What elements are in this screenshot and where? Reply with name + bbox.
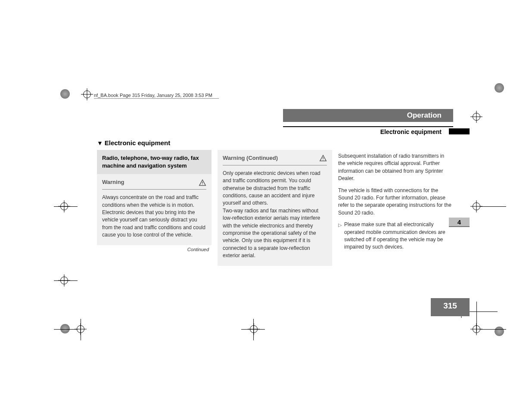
warning-title-row: Warning — [102, 178, 206, 190]
page-number: 315 — [431, 298, 470, 316]
warning-title-row: Warning (Continued) — [223, 154, 327, 165]
registration-dot-icon — [495, 327, 504, 336]
warning-icon — [319, 155, 327, 162]
warning-body: Always concentrate on the road and traff… — [102, 194, 206, 239]
doc-header-text: nf_BA.book Page 315 Friday, January 25, … — [94, 93, 212, 98]
warning-body: Only operate electronic devices when roa… — [223, 170, 327, 260]
warning-box-continued: Warning (Continued) Only operate electro… — [218, 150, 332, 266]
crop-line — [253, 319, 254, 340]
continued-label: Continued — [97, 247, 212, 252]
registration-target-icon — [473, 202, 480, 210]
warning-title: Warning (Continued) — [223, 154, 278, 162]
crop-line — [480, 206, 506, 207]
registration-dot-icon — [495, 83, 504, 93]
registration-target-icon — [83, 90, 91, 98]
crop-line — [476, 302, 477, 332]
instruction-row: ▷ Please make sure that all electronical… — [338, 221, 453, 251]
topic-box: Radio, telephone, two-way radio, fax mac… — [97, 150, 212, 174]
column-1: Radio, telephone, two-way radio, fax mac… — [97, 150, 212, 266]
svg-point-1 — [202, 184, 202, 184]
crop-line — [467, 311, 498, 312]
crop-line — [480, 329, 506, 330]
registration-dot-icon — [60, 324, 70, 333]
crop-line — [81, 319, 81, 340]
page-content: Electronic equipment Radio, telephone, t… — [97, 139, 454, 266]
column-3: Subsequent installation of radio transmi… — [338, 150, 453, 266]
crop-line — [54, 329, 78, 330]
crop-line — [54, 206, 78, 207]
warning-title: Warning — [102, 178, 124, 187]
section-title: Electronic equipment — [97, 139, 454, 146]
subhead-rule — [283, 126, 453, 127]
doc-header-underline — [94, 98, 219, 99]
column-2: Warning (Continued) Only operate electro… — [218, 150, 332, 266]
warning-icon — [199, 179, 206, 186]
svg-point-3 — [323, 160, 323, 160]
thumb-tab — [449, 128, 470, 134]
registration-target-icon — [473, 113, 480, 121]
instruction-text: Please make sure that all electronically… — [344, 221, 453, 251]
paragraph: Subsequent installation of radio transmi… — [338, 153, 453, 183]
chapter-title: Operation — [407, 111, 442, 120]
paragraph: The vehicle is fitted with connections f… — [338, 187, 453, 217]
warning-box: Warning Always concentrate on the road a… — [97, 174, 212, 245]
registration-dot-icon — [60, 89, 70, 99]
subhead-text: Electronic equipment — [380, 128, 442, 135]
crop-line — [54, 280, 78, 281]
triangle-bullet-icon: ▷ — [338, 222, 342, 229]
